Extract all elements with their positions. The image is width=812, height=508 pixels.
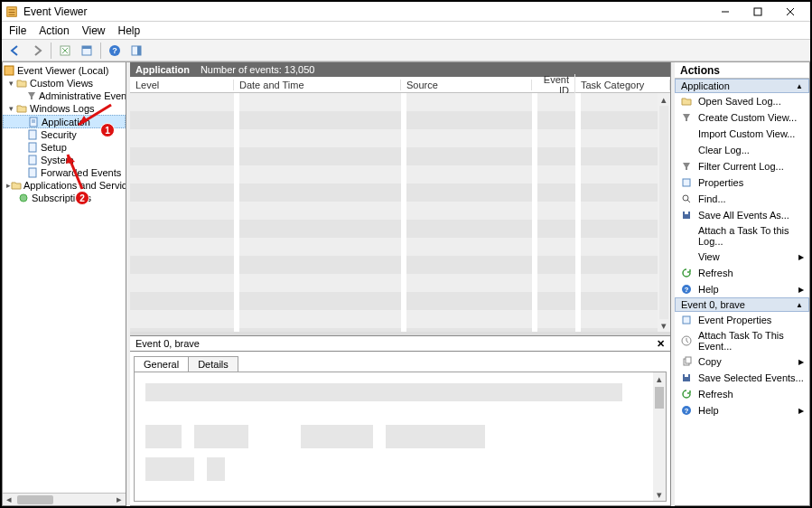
help-icon: ? xyxy=(680,404,693,417)
eventviewer-icon xyxy=(3,65,15,76)
detail-header: Event 0, brave ✕ xyxy=(130,335,670,352)
actions-section-event[interactable]: Event 0, brave▲ xyxy=(675,297,809,312)
actions-title: Actions xyxy=(675,62,809,79)
scroll-down-icon[interactable]: ▾ xyxy=(657,488,662,501)
action-view-submenu[interactable]: View▶ xyxy=(675,249,809,265)
detail-close-button[interactable]: ✕ xyxy=(657,338,665,350)
tree-admin-events[interactable]: Administrative Events xyxy=(39,90,126,101)
list-countlabel: Number of events: 13,050 xyxy=(201,64,315,75)
filter-icon xyxy=(680,160,693,173)
chevron-right-icon: ▶ xyxy=(798,358,804,366)
col-source[interactable]: Source xyxy=(401,80,532,90)
show-actions-pane-button[interactable] xyxy=(126,42,146,60)
tree-application[interactable]: Application xyxy=(42,117,90,127)
close-button[interactable] xyxy=(774,2,807,22)
help-icon: ? xyxy=(680,283,693,296)
refresh-icon xyxy=(680,388,693,400)
action-import-custom-view[interactable]: Import Custom View... xyxy=(675,126,809,142)
tree-apps-services[interactable]: Applications and Services Lo xyxy=(23,180,126,191)
tree-windows-logs[interactable]: Windows Logs xyxy=(30,103,95,114)
svg-line-26 xyxy=(687,200,690,202)
tree-security[interactable]: Security xyxy=(41,129,77,140)
tab-details[interactable]: Details xyxy=(188,356,238,372)
action-event-properties[interactable]: Event Properties xyxy=(675,312,809,328)
nav-tree[interactable]: Event Viewer (Local) ▾ Custom Views Admi… xyxy=(3,62,126,493)
menu-file[interactable]: File xyxy=(9,24,26,37)
action-refresh[interactable]: Refresh xyxy=(675,265,809,281)
folder-icon xyxy=(11,180,22,191)
svg-rect-24 xyxy=(683,179,690,186)
svg-rect-19 xyxy=(29,130,36,139)
collapse-icon[interactable]: ▲ xyxy=(796,82,803,90)
action-open-saved-log[interactable]: Open Saved Log... xyxy=(675,93,809,109)
detail-vscroll[interactable]: ▴ ▾ xyxy=(653,372,666,501)
action-properties[interactable]: Properties xyxy=(675,174,809,191)
menubar: File Action View Help xyxy=(2,22,810,40)
svg-text:?: ? xyxy=(685,286,689,294)
collapse-icon[interactable]: ▲ xyxy=(796,301,803,309)
tab-general[interactable]: General xyxy=(134,356,189,372)
filter-icon xyxy=(680,111,693,124)
svg-rect-15 xyxy=(5,66,14,75)
action-help[interactable]: ?Help▶ xyxy=(675,281,809,297)
col-level[interactable]: Level xyxy=(130,80,234,90)
action-find[interactable]: Find... xyxy=(675,191,809,207)
action-clear-log[interactable]: Clear Log... xyxy=(675,142,809,158)
action-attach-task-event[interactable]: Attach Task To This Event... xyxy=(675,328,809,353)
scroll-thumb[interactable] xyxy=(17,495,53,504)
tree-hscroll[interactable]: ◂ ▸ xyxy=(3,493,126,505)
svg-rect-20 xyxy=(29,143,36,152)
col-datetime[interactable]: Date and Time xyxy=(234,80,401,90)
tree-subscriptions[interactable]: Subscriptions xyxy=(32,193,91,203)
refresh-icon xyxy=(680,267,693,279)
forward-button[interactable] xyxy=(27,42,47,60)
col-eventid[interactable]: Event ID xyxy=(532,74,575,96)
tree-forwarded[interactable]: Forwarded Events xyxy=(41,167,121,178)
action-refresh-event[interactable]: Refresh xyxy=(675,386,809,402)
chevron-right-icon: ▶ xyxy=(798,286,804,294)
action-help-event[interactable]: ?Help▶ xyxy=(675,402,809,419)
tree-system[interactable]: System xyxy=(41,155,74,165)
log-icon xyxy=(26,142,39,153)
action-copy-submenu[interactable]: Copy▶ xyxy=(675,353,809,370)
action-save-all[interactable]: Save All Events As... xyxy=(675,207,809,223)
tree-setup[interactable]: Setup xyxy=(41,142,67,153)
toolbar: ? xyxy=(2,40,810,61)
filter-view-icon xyxy=(26,90,37,101)
twisty-open-icon[interactable]: ▾ xyxy=(6,104,15,113)
action-create-custom-view[interactable]: Create Custom View... xyxy=(675,109,809,126)
action-filter-log[interactable]: Filter Current Log... xyxy=(675,158,809,174)
svg-rect-14 xyxy=(137,46,141,55)
tree-root[interactable]: Event Viewer (Local) xyxy=(17,65,108,76)
detail-body: ▴ ▾ xyxy=(134,372,667,502)
scroll-thumb[interactable] xyxy=(655,387,664,409)
menu-help[interactable]: Help xyxy=(118,24,141,37)
menu-view[interactable]: View xyxy=(82,24,106,37)
back-button[interactable] xyxy=(5,42,25,60)
properties-button[interactable] xyxy=(77,42,97,60)
help-button[interactable]: ? xyxy=(105,42,125,60)
scroll-down-icon[interactable]: ▾ xyxy=(658,319,670,332)
scroll-up-icon[interactable]: ▴ xyxy=(657,372,662,385)
scroll-left-icon[interactable]: ◂ xyxy=(3,494,15,506)
list-body[interactable]: ▴ ▾ xyxy=(130,93,670,332)
twisty-open-icon[interactable]: ▾ xyxy=(6,79,15,88)
list-vscroll[interactable]: ▴ ▾ xyxy=(658,93,670,332)
chevron-right-icon: ▶ xyxy=(798,407,804,415)
maximize-button[interactable] xyxy=(742,2,774,22)
svg-rect-5 xyxy=(754,8,761,15)
scroll-right-icon[interactable]: ▸ xyxy=(113,494,126,506)
tree-custom-views[interactable]: Custom Views xyxy=(30,78,93,89)
scroll-up-icon[interactable]: ▴ xyxy=(658,93,670,106)
actions-section-application[interactable]: Application▲ xyxy=(675,79,809,93)
save-icon xyxy=(680,209,693,221)
minimize-button[interactable] xyxy=(709,2,742,22)
list-column-headers: Level Date and Time Source Event ID Task… xyxy=(130,77,670,93)
action-save-selected[interactable]: Save Selected Events... xyxy=(675,370,809,386)
col-task[interactable]: Task Category xyxy=(575,80,670,90)
properties-icon xyxy=(680,314,693,326)
folder-icon xyxy=(15,103,28,114)
menu-action[interactable]: Action xyxy=(39,24,69,37)
show-hide-tree-button[interactable] xyxy=(55,42,75,60)
action-attach-task-log[interactable]: Attach a Task To this Log... xyxy=(675,223,809,249)
